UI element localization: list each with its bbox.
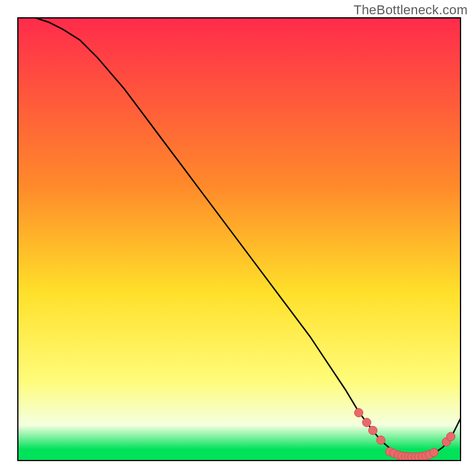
data-point-dot	[362, 418, 371, 427]
gradient-background	[18, 18, 461, 461]
data-point-dot	[446, 433, 455, 441]
data-point-dot	[377, 436, 385, 444]
watermark-text: TheBottleneck.com	[353, 2, 468, 18]
data-point-dot	[368, 426, 377, 434]
bottleneck-curve-chart	[0, 0, 476, 476]
data-point-dot	[430, 448, 438, 456]
chart-stage: TheBottleneck.com	[0, 0, 476, 476]
data-point-dot	[355, 408, 363, 416]
